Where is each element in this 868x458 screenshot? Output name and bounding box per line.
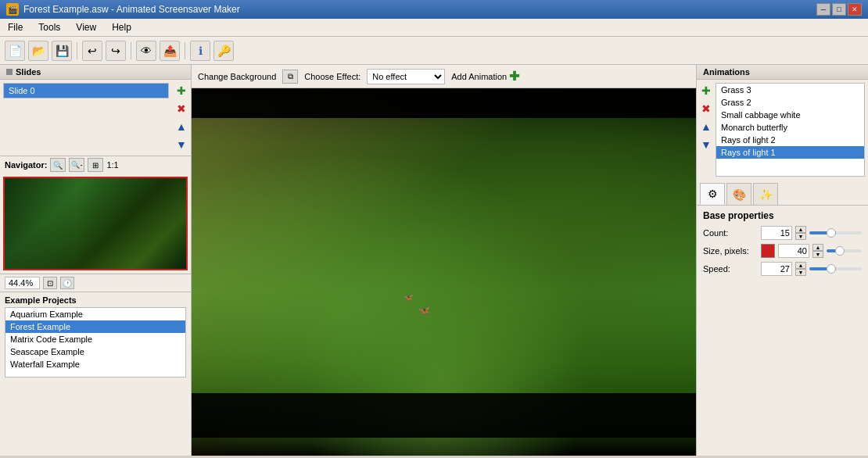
new-btn[interactable]: 📄 [5,41,25,61]
top-bar [192,88,696,118]
size-input[interactable] [778,244,809,258]
bottom-bar [192,393,696,437]
anim-grass2[interactable]: Grass 2 [716,96,864,109]
add-anim-btn[interactable]: ✚ [698,83,714,98]
example-forest[interactable]: Forest Example [5,320,185,333]
remove-slide-btn[interactable]: ✖ [174,101,189,116]
thumbnail-area [3,177,188,270]
example-aquarium[interactable]: Aquarium Example [5,308,185,320]
zoom-out-btn[interactable]: 🔍- [69,158,84,172]
menu-file[interactable]: File [3,20,27,34]
export-btn[interactable]: 📤 [160,41,180,61]
color-swatch[interactable] [761,244,775,258]
count-slider[interactable] [809,231,862,234]
example-list[interactable]: Aquarium Example Forest Example Matrix C… [5,307,186,377]
size-slider[interactable] [827,249,862,252]
navigator-bar: Navigator: 🔍 🔍- ⊞ 1:1 [0,156,191,174]
size-down-btn[interactable]: ▼ [812,251,823,258]
slide-up-btn[interactable]: ▲ [174,119,189,134]
effect-select[interactable]: No effect Fade Slide Zoom [367,69,445,84]
copy-slide-btn[interactable]: ⧉ [282,70,298,84]
menu-tools[interactable]: Tools [34,20,65,34]
anim-down-btn[interactable]: ▼ [698,137,714,152]
add-slide-btn[interactable]: ✚ [174,83,189,98]
size-up-btn[interactable]: ▲ [812,244,823,251]
fit-btn[interactable]: ⊞ [88,158,103,172]
speed-slider[interactable] [809,267,862,270]
navigator-label: Navigator: [5,160,47,170]
effects-tab[interactable]: ✨ [753,183,778,205]
speed-slider-handle [827,264,836,274]
add-animation-btn[interactable]: Add Animation ✚ [451,69,519,84]
properties-tab[interactable]: ⚙ [700,183,725,205]
animations-header: Animations [697,65,868,80]
info-btn[interactable]: ℹ [190,41,210,61]
anim-tabs: ⚙ 🎨 ✨ [697,180,868,206]
forest-background: 🦋 🦋 [192,88,696,456]
anim-grass3[interactable]: Grass 3 [716,84,864,96]
main-layout: Slides Slide 0 ✚ ✖ ▲ ▼ Navigator: 🔍 🔍- ⊞… [0,65,868,456]
size-slider-handle [835,246,845,256]
slides-header: Slides [0,65,191,80]
example-waterfall[interactable]: Waterfall Example [5,358,185,370]
anim-rays2[interactable]: Rays of light 2 [716,134,864,146]
change-background-btn[interactable]: Change Background [198,72,276,81]
count-down-btn[interactable]: ▼ [795,233,806,240]
add-animation-icon: ✚ [509,69,519,84]
remove-anim-btn[interactable]: ✖ [698,101,714,116]
menu-view[interactable]: View [71,20,101,34]
zoom-fit-btn[interactable]: ⊡ [43,277,57,289]
zoom-in-btn[interactable]: 🔍 [50,158,66,172]
center-panel: Change Background ⧉ Choose Effect: No ef… [192,65,696,456]
base-properties-panel: Base properties Count: ▲ ▼ Size, pixels:… [697,206,868,284]
timeline-btn[interactable]: 🕐 [60,277,74,289]
count-input[interactable] [761,226,792,240]
close-btn[interactable]: ✕ [848,3,862,16]
speed-up-btn[interactable]: ▲ [795,262,806,269]
sep1 [77,42,77,59]
anim-rays1[interactable]: Rays of light 1 [716,146,864,159]
slide-down-btn[interactable]: ▼ [174,137,189,152]
slide-item-0[interactable]: Slide 0 [4,84,168,98]
animations-list[interactable]: Grass 3 Grass 2 Small cabbage white Mona… [716,83,865,177]
app-icon: 🎬 [6,3,19,16]
window-title: Forest Example.asw - Animated Screensave… [23,4,240,15]
white-butterfly-sprite: 🦋 [404,293,413,302]
butterfly-sprite: 🦋 [418,305,430,316]
example-section: Example Projects Aquarium Example Forest… [0,292,191,381]
example-seascape[interactable]: Seascape Example [5,345,185,358]
slides-list[interactable]: Slide 0 [3,83,169,98]
canvas-area: 🦋 🦋 [192,88,696,456]
preview-btn[interactable]: 👁 [136,41,156,61]
undo-btn[interactable]: ↩ [82,41,102,61]
speed-input[interactable] [761,262,792,276]
speed-label: Speed: [703,264,758,274]
zoom-bar: ⊡ 🕐 [0,274,191,292]
anim-monarch[interactable]: Monarch butterfly [716,121,864,134]
minimize-btn[interactable]: ─ [816,3,830,16]
speed-row: Speed: ▲ ▼ [703,262,862,276]
secondary-toolbar: Change Background ⧉ Choose Effect: No ef… [192,65,696,88]
left-panel: Slides Slide 0 ✚ ✖ ▲ ▼ Navigator: 🔍 🔍- ⊞… [0,65,192,456]
menu-help[interactable]: Help [107,20,136,34]
key-btn[interactable]: 🔑 [213,41,234,61]
anim-up-btn[interactable]: ▲ [698,119,714,134]
base-properties-title: Base properties [703,210,862,221]
speed-down-btn[interactable]: ▼ [795,269,806,276]
redo-btn[interactable]: ↪ [106,41,126,61]
size-spinner: ▲ ▼ [812,244,823,258]
one-to-one-label[interactable]: 1:1 [106,160,118,170]
save-btn[interactable]: 💾 [52,41,72,61]
choose-effect-label: Choose Effect: [304,72,360,81]
count-row: Count: ▲ ▼ [703,226,862,240]
example-matrix[interactable]: Matrix Code Example [5,333,185,345]
anim-small-cabbage[interactable]: Small cabbage white [716,109,864,121]
count-up-btn[interactable]: ▲ [795,226,806,233]
appearance-tab[interactable]: 🎨 [726,183,751,205]
thumb-overlay [5,178,186,269]
zoom-input[interactable] [5,277,40,289]
size-row: Size, pixels: ▲ ▼ [703,244,862,258]
main-toolbar: 📄 📂 💾 ↩ ↪ 👁 📤 ℹ 🔑 [0,37,868,65]
maximize-btn[interactable]: □ [832,3,846,16]
open-btn[interactable]: 📂 [28,41,48,61]
